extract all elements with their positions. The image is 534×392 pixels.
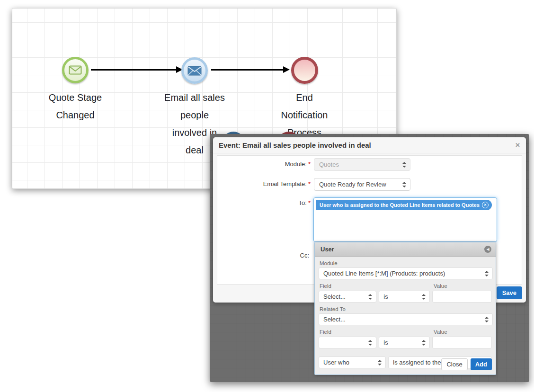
user-panel-title: User [320,242,334,256]
select-stepper-icon [368,294,372,300]
operator-select-2[interactable]: is [379,337,429,348]
select-stepper-icon [422,339,426,346]
filter-row-2: is [319,337,492,348]
select-stepper-icon [485,270,489,277]
field-value-labels: Field Value [319,282,492,291]
modal-title: Event: Email all sales people involved i… [219,137,371,153]
connector-line-2 [211,69,284,71]
field-select[interactable]: Select... [319,291,376,303]
connector-line-1 [91,69,177,71]
related-to-select[interactable]: Select... [319,313,493,325]
cc-label: Cc: [217,252,311,259]
panel-button-row: Close Add [441,358,492,370]
field-select-2[interactable] [319,337,376,348]
end-event-node[interactable] [291,57,318,84]
collapse-arrow-icon[interactable]: ◀ [484,246,491,253]
filter-row-1: Select... is [319,291,492,303]
email-template-select[interactable]: Quote Ready for Review [314,178,410,191]
value-input-2[interactable] [432,337,492,348]
module-label: Module:* [217,160,311,168]
user-who-select[interactable]: User who [319,356,386,368]
to-recipients-field[interactable]: User who is assigned to the Quoted Line … [313,197,497,242]
modal-header: Event: Email all sales people involved i… [213,137,526,153]
recipient-tag: User who is assigned to the Quoted Line … [316,200,492,210]
tag-remove-icon[interactable]: ✕ [482,202,489,208]
value-input[interactable] [432,291,492,303]
module-select[interactable]: Quotes [314,158,410,171]
connector-arrowhead-2 [283,66,290,73]
field-value-labels-2: Field Value [319,328,492,337]
user-recipient-panel: User ◀ Module Quoted Line Items [*:M] (P… [314,242,496,375]
close-button[interactable]: Close [441,358,467,370]
related-to-label: Related To [320,306,491,312]
select-stepper-icon [485,316,489,323]
user-panel-header: User ◀ [315,242,496,257]
email-template-label: Email Template:* [217,180,311,187]
panel-module-select[interactable]: Quoted Line Items [*:M] (Products: produ… [319,267,493,279]
email-event-node[interactable] [181,57,208,84]
envelope-outline-icon [69,65,82,75]
save-button[interactable]: Save [497,286,522,299]
select-stepper-icon [368,339,372,346]
panel-module-label: Module [320,260,491,266]
operator-select[interactable]: is [379,291,429,303]
start-event-node[interactable] [62,57,89,83]
dimmed-canvas-overlay: Event: Email all sales people involved i… [210,134,529,382]
envelope-filled-icon [187,66,202,76]
select-stepper-icon [422,294,426,300]
recipient-tag-label: User who is assigned to the Quoted Line … [320,202,480,208]
select-stepper-icon [402,181,406,188]
select-stepper-icon [378,359,382,366]
modal-close-icon[interactable]: ✕ [515,137,520,153]
to-label: To:* [217,199,311,206]
user-panel-body: Module Quoted Line Items [*:M] (Products… [315,257,496,368]
select-stepper-icon [402,161,406,168]
add-button[interactable]: Add [471,358,492,370]
node-label-quote-stage-changed: Quote Stage Changed [28,89,123,124]
